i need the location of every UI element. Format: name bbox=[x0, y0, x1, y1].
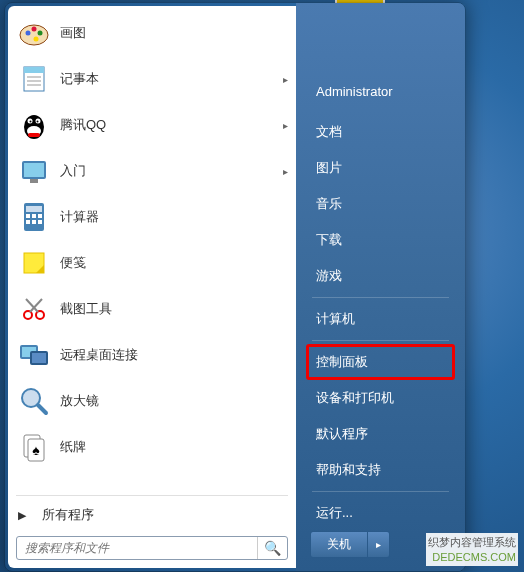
svg-rect-21 bbox=[26, 206, 42, 212]
separator bbox=[312, 297, 449, 298]
start-menu-right-panel: Administrator 文档图片音乐下载游戏计算机控制面板设备和打印机默认程… bbox=[296, 3, 465, 571]
qq-icon bbox=[16, 107, 52, 143]
right-item-help-support[interactable]: 帮助和支持 bbox=[306, 452, 455, 488]
right-item-control-panel[interactable]: 控制面板 bbox=[306, 344, 455, 380]
chevron-right-icon: ▸ bbox=[283, 120, 288, 131]
program-list: 画图记事本▸腾讯QQ▸入门▸计算器便笺截图工具远程桌面连接放大镜♠纸牌 bbox=[8, 6, 296, 493]
separator bbox=[16, 495, 288, 496]
solitaire-icon: ♠ bbox=[16, 429, 52, 465]
program-item-paint[interactable]: 画图 bbox=[10, 10, 294, 56]
search-input[interactable] bbox=[17, 537, 257, 559]
right-item-pictures[interactable]: 图片 bbox=[306, 150, 455, 186]
program-item-sticky-notes[interactable]: 便笺 bbox=[10, 240, 294, 286]
right-item-music[interactable]: 音乐 bbox=[306, 186, 455, 222]
program-label: 远程桌面连接 bbox=[60, 346, 288, 364]
chevron-right-icon: ▸ bbox=[283, 166, 288, 177]
snipping-icon bbox=[16, 291, 52, 327]
program-item-rdp[interactable]: 远程桌面连接 bbox=[10, 332, 294, 378]
shutdown-button[interactable]: 关机 bbox=[310, 531, 368, 558]
svg-point-3 bbox=[38, 31, 43, 36]
chevron-right-icon: ▸ bbox=[283, 74, 288, 85]
svg-point-14 bbox=[30, 121, 32, 123]
svg-point-2 bbox=[32, 27, 37, 32]
program-label: 计算器 bbox=[60, 208, 288, 226]
program-label: 画图 bbox=[60, 24, 288, 42]
program-label: 便笺 bbox=[60, 254, 288, 272]
right-item-run[interactable]: 运行... bbox=[306, 495, 455, 531]
start-menu-left-panel: 画图记事本▸腾讯QQ▸入门▸计算器便笺截图工具远程桌面连接放大镜♠纸牌 ▶ 所有… bbox=[8, 6, 296, 568]
separator bbox=[312, 340, 449, 341]
getting-started-icon bbox=[16, 153, 52, 189]
svg-rect-22 bbox=[26, 214, 30, 218]
svg-rect-26 bbox=[32, 220, 36, 224]
program-item-notepad[interactable]: 记事本▸ bbox=[10, 56, 294, 102]
program-item-qq[interactable]: 腾讯QQ▸ bbox=[10, 102, 294, 148]
svg-rect-25 bbox=[26, 220, 30, 224]
program-item-solitaire[interactable]: ♠纸牌 bbox=[10, 424, 294, 470]
search-box: 🔍 bbox=[16, 536, 288, 560]
arrow-right-icon: ▶ bbox=[18, 509, 34, 522]
paint-icon bbox=[16, 15, 52, 51]
svg-point-15 bbox=[37, 121, 39, 123]
search-button[interactable]: 🔍 bbox=[257, 537, 287, 559]
svg-rect-36 bbox=[32, 353, 46, 363]
program-label: 纸牌 bbox=[60, 438, 288, 456]
program-label: 放大镜 bbox=[60, 392, 288, 410]
search-icon: 🔍 bbox=[264, 540, 281, 556]
notepad-icon bbox=[16, 61, 52, 97]
shutdown-options-button[interactable]: ▸ bbox=[368, 531, 390, 558]
svg-rect-24 bbox=[38, 214, 42, 218]
program-item-calculator[interactable]: 计算器 bbox=[10, 194, 294, 240]
program-label: 腾讯QQ bbox=[60, 116, 283, 134]
right-item-games[interactable]: 游戏 bbox=[306, 258, 455, 294]
all-programs-button[interactable]: ▶ 所有程序 bbox=[8, 498, 296, 532]
svg-line-38 bbox=[38, 405, 46, 413]
right-item-downloads[interactable]: 下载 bbox=[306, 222, 455, 258]
program-item-snipping[interactable]: 截图工具 bbox=[10, 286, 294, 332]
svg-point-4 bbox=[34, 37, 39, 42]
calculator-icon bbox=[16, 199, 52, 235]
svg-point-1 bbox=[26, 31, 31, 36]
program-label: 截图工具 bbox=[60, 300, 288, 318]
svg-rect-19 bbox=[30, 179, 38, 183]
svg-rect-18 bbox=[24, 163, 44, 177]
right-item-computer[interactable]: 计算机 bbox=[306, 301, 455, 337]
svg-rect-27 bbox=[38, 220, 42, 224]
watermark: 织梦内容管理系统 DEDECMS.COM bbox=[426, 533, 518, 566]
right-item-documents[interactable]: 文档 bbox=[306, 114, 455, 150]
separator bbox=[312, 491, 449, 492]
program-item-getting-started[interactable]: 入门▸ bbox=[10, 148, 294, 194]
rdp-icon bbox=[16, 337, 52, 373]
svg-rect-23 bbox=[32, 214, 36, 218]
svg-text:♠: ♠ bbox=[32, 442, 40, 458]
sticky-notes-icon bbox=[16, 245, 52, 281]
svg-rect-6 bbox=[24, 67, 44, 73]
user-name[interactable]: Administrator bbox=[306, 75, 455, 108]
right-item-devices-printers[interactable]: 设备和打印机 bbox=[306, 380, 455, 416]
program-label: 记事本 bbox=[60, 70, 283, 88]
all-programs-label: 所有程序 bbox=[42, 506, 94, 524]
program-label: 入门 bbox=[60, 162, 283, 180]
svg-rect-16 bbox=[28, 133, 40, 137]
program-item-magnifier[interactable]: 放大镜 bbox=[10, 378, 294, 424]
start-menu: 画图记事本▸腾讯QQ▸入门▸计算器便笺截图工具远程桌面连接放大镜♠纸牌 ▶ 所有… bbox=[4, 2, 466, 572]
right-item-default-programs[interactable]: 默认程序 bbox=[306, 416, 455, 452]
magnifier-icon bbox=[16, 383, 52, 419]
